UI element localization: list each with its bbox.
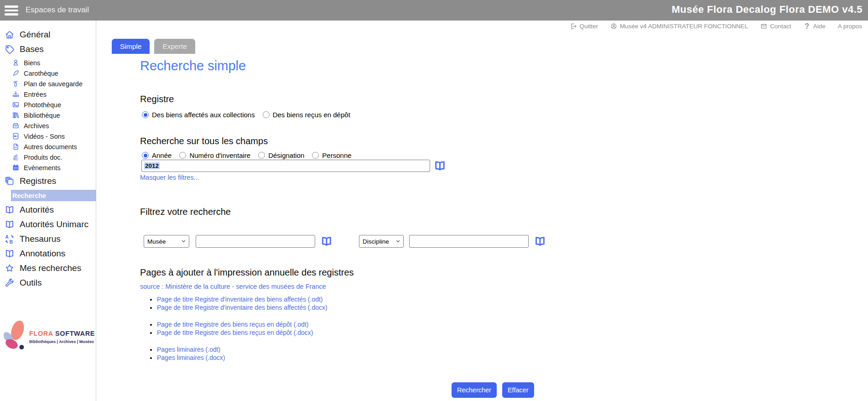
feather-icon xyxy=(12,69,20,77)
top-menu-label: Musée v4 ADMINISTRATEUR FONCTIONNEL xyxy=(620,23,748,30)
sidebar-item-label: Mes recherches xyxy=(20,263,81,273)
tab-simple[interactable]: Simple xyxy=(112,39,150,54)
sidebar-item-biens[interactable]: Biens xyxy=(12,58,96,68)
radio-selected-icon[interactable] xyxy=(142,111,149,118)
sidebar-item-label: Evènements xyxy=(24,164,61,172)
bust-icon xyxy=(12,59,20,67)
hide-filters-link[interactable]: Masquer les filtres... xyxy=(140,174,199,181)
page-template-link[interactable]: Page de titre Registre des biens reçus e… xyxy=(157,321,308,328)
registers-icon xyxy=(5,176,15,186)
book-open-icon xyxy=(5,249,15,259)
lookup-book-icon[interactable] xyxy=(534,235,546,247)
lookup-book-icon[interactable] xyxy=(321,235,333,247)
list-item: Page de titre Registre des biens reçus e… xyxy=(157,329,327,337)
radio-unselected-icon[interactable] xyxy=(179,152,186,159)
sidebar-item-label: Général xyxy=(20,30,51,40)
sidebar-item-entrees[interactable]: Entrées xyxy=(12,89,96,99)
book-open-icon xyxy=(5,219,15,229)
sidebar-item-produits-doc[interactable]: Produits doc. xyxy=(12,152,96,162)
radio-option-personne[interactable]: Personne xyxy=(312,151,351,159)
logout-icon xyxy=(570,23,577,30)
sidebar-item-label: Recherche xyxy=(12,192,46,199)
radio-label: Personne xyxy=(322,151,351,159)
archive-box-icon xyxy=(12,122,20,130)
sidebar-item-autorites-unimarc[interactable]: Autorités Unimarc xyxy=(5,219,96,230)
sidebar-item-autorites[interactable]: Autorités xyxy=(5,204,96,216)
wrench-icon xyxy=(5,278,15,288)
search-input-value: 2012 xyxy=(144,162,160,169)
page-template-link[interactable]: Page de titre Registre d'inventaire des … xyxy=(157,304,327,311)
source-link[interactable]: source : Ministère de la culture - servi… xyxy=(140,283,326,290)
tab-experte[interactable]: Experte xyxy=(154,39,195,54)
logo-text: FLORA SOFTWARE Bibliothèques | Archives … xyxy=(29,330,95,344)
hamburger-menu-icon[interactable] xyxy=(5,5,19,16)
registre-radio-group: Des biens affectés aux collectionsDes bi… xyxy=(142,111,350,119)
sidebar-item-label: Autres documents xyxy=(24,143,77,151)
sidebar-item-mes-recherches[interactable]: Mes recherches xyxy=(5,262,96,274)
sidebar-item-general[interactable]: Général xyxy=(5,29,96,41)
musee-filter-input[interactable] xyxy=(196,235,315,248)
sidebar-item-registres[interactable]: Registres xyxy=(5,175,96,187)
sidebar-item-recherche[interactable]: Recherche xyxy=(11,190,96,201)
radio-option-designation[interactable]: Désignation xyxy=(258,151,304,159)
discipline-select[interactable]: Discipline xyxy=(359,235,404,248)
clear-button[interactable]: Effacer xyxy=(502,382,534,398)
list-item: Pages liminaires (.odt) xyxy=(157,346,327,354)
top-menu-musee-v4-administrateur-fonctionnel[interactable]: Musée v4 ADMINISTRATEUR FONCTIONNEL xyxy=(610,23,748,30)
top-menu-label: Quitter xyxy=(580,23,598,30)
logo-brand-primary: FLORA xyxy=(29,330,53,337)
sidebar-item-outils[interactable]: Outils xyxy=(5,277,96,289)
radio-label: Des biens affectés aux collections xyxy=(152,111,255,119)
sidebar-item-label: Produits doc. xyxy=(24,154,62,161)
top-menu-quitter[interactable]: Quitter xyxy=(570,23,598,30)
sidebar-item-videos-sons[interactable]: Vidéos - Sons xyxy=(12,131,96,141)
search-input[interactable]: 2012 xyxy=(141,160,430,172)
radio-option-annee[interactable]: Année xyxy=(142,151,172,159)
top-menu-aide[interactable]: ?Aide xyxy=(804,23,826,30)
sidebar-item-label: Autorités xyxy=(20,205,54,215)
app-window: Espaces de travail Musée Flora Decalog F… xyxy=(0,0,868,401)
discipline-filter-input[interactable] xyxy=(409,235,529,248)
sidebar-item-annotations[interactable]: Annotations xyxy=(5,248,96,260)
radio-option-numero-d-inventaire[interactable]: Numéro d'inventaire xyxy=(179,151,250,159)
musee-select[interactable]: Musée xyxy=(144,235,189,248)
workspace-label: Espaces de travail xyxy=(26,5,89,15)
radio-unselected-icon[interactable] xyxy=(263,111,270,118)
sidebar-item-archives[interactable]: Archives xyxy=(12,121,96,130)
page-template-link[interactable]: Page de titre Registre d'inventaire des … xyxy=(157,296,323,303)
search-button[interactable]: Rechercher xyxy=(452,382,497,398)
sidebar-item-plan-de-sauvegarde[interactable]: Plan de sauvegarde xyxy=(12,79,96,89)
extinguisher-icon xyxy=(12,80,20,88)
search-type-radio-group: AnnéeNuméro d'inventaireDésignationPerso… xyxy=(142,151,352,159)
sidebar-item-autres-documents[interactable]: Autres documents xyxy=(12,142,96,151)
sidebar-item-label: Autorités Unimarc xyxy=(20,219,88,229)
top-menu-a-propos[interactable]: A propos xyxy=(838,23,862,30)
page-template-link[interactable]: Page de titre Registre des biens reçus e… xyxy=(157,329,313,336)
sidebar-item-thesaurus[interactable]: ABThesaurus xyxy=(5,233,96,245)
sidebar-item-label: Thesaurus xyxy=(20,234,61,244)
sidebar-item-carotheque[interactable]: Carothèque xyxy=(12,68,96,78)
pages-link-group: Pages liminaires (.odt)Pages liminaires … xyxy=(151,346,327,362)
sidebar-item-bases[interactable]: Bases xyxy=(5,43,96,55)
sort-az-icon: AB xyxy=(5,234,15,244)
radio-unselected-icon[interactable] xyxy=(258,152,265,159)
pages-heading: Pages à ajouter à l'impression annuelle … xyxy=(140,267,354,278)
radio-option-des-biens-recus-en-depot[interactable]: Des biens reçus en dépôt xyxy=(263,111,350,119)
sidebar-item-label: Plan de sauvegarde xyxy=(24,80,83,88)
radio-unselected-icon[interactable] xyxy=(312,152,319,159)
page-template-link[interactable]: Pages liminaires (.docx) xyxy=(157,354,225,361)
radio-label: Des biens reçus en dépôt xyxy=(273,111,350,119)
page-template-link[interactable]: Pages liminaires (.odt) xyxy=(157,346,220,353)
sidebar-item-evenements[interactable]: Evènements xyxy=(12,163,96,172)
sidebar-item-label: Vidéos - Sons xyxy=(24,133,65,140)
radio-option-des-biens-affectes-aux-collections[interactable]: Des biens affectés aux collections xyxy=(142,111,255,119)
top-menu-label: Aide xyxy=(813,23,826,30)
top-menu-label: Contact xyxy=(770,23,791,30)
radio-selected-icon[interactable] xyxy=(142,152,149,159)
pages-link-list: Page de titre Registre d'inventaire des … xyxy=(151,296,327,371)
sidebar-item-bibliotheque[interactable]: Bibliothèque xyxy=(12,110,96,120)
top-menu-contact[interactable]: Contact xyxy=(760,23,791,30)
sidebar-item-phototheque[interactable]: Photothèque xyxy=(12,100,96,109)
lookup-book-icon[interactable] xyxy=(434,160,446,172)
sidebar-item-label: Photothèque xyxy=(24,101,61,109)
